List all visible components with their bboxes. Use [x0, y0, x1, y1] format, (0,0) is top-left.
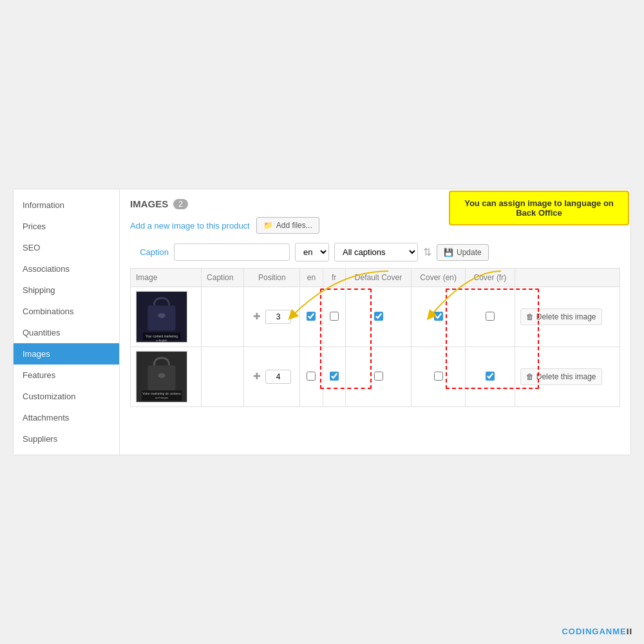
images-table: Image Caption Position en fr Default Cov… — [130, 268, 620, 407]
captions-select[interactable]: All captions — [334, 243, 418, 261]
upload-icon: 📁 — [263, 221, 273, 230]
row1-default-cover-checkbox[interactable] — [374, 312, 383, 321]
language-select[interactable]: en fr — [295, 243, 329, 261]
update-label: Update — [457, 248, 482, 257]
row2-default-cover-checkbox[interactable] — [374, 372, 383, 381]
captions-sort-icon: ⇅ — [423, 246, 431, 258]
row2-fr-cell — [323, 347, 345, 407]
row1-cover-fr-checkbox[interactable] — [486, 312, 495, 321]
table-wrapper: Image Caption Position en fr Default Cov… — [130, 268, 620, 407]
col-cover-en: Cover (en) — [412, 269, 466, 287]
col-image: Image — [131, 269, 202, 287]
svg-text:Your content marketing: Your content marketing — [146, 335, 178, 338]
caption-row: Caption en fr All captions ⇅ 💾 Update — [130, 243, 620, 261]
svg-text:Votre marketing de contenu: Votre marketing de contenu — [142, 392, 181, 395]
sidebar: Information Prices SEO Associations Ship… — [14, 189, 120, 455]
row1-cover-en-checkbox[interactable] — [434, 312, 443, 321]
svg-point-8 — [158, 373, 166, 378]
row1-position-cell: ✚ — [244, 287, 300, 347]
row2-default-cover-cell — [345, 347, 412, 407]
caption-input[interactable] — [174, 243, 290, 261]
svg-rect-7 — [148, 365, 176, 390]
sidebar-item-quantities[interactable]: Quantities — [14, 322, 119, 343]
row1-image-cell: Your content marketing in English — [131, 287, 202, 347]
row1-en-cell — [300, 287, 323, 347]
row1-position-input[interactable] — [265, 310, 291, 324]
row1-actions-cell: 🗑 Delete this image — [515, 287, 620, 347]
row1-move-icon: ✚ — [253, 311, 261, 321]
caption-label: Caption — [130, 247, 169, 257]
page-wrapper: Information Prices SEO Associations Ship… — [0, 0, 644, 644]
row2-cover-en-checkbox[interactable] — [434, 372, 443, 381]
row2-caption-cell — [202, 347, 244, 407]
row2-cover-fr-cell — [465, 347, 515, 407]
row1-delete-button[interactable]: 🗑 Delete this image — [520, 308, 602, 325]
table-row: Your content marketing in English ✚ — [131, 287, 620, 347]
row2-en-checkbox[interactable] — [307, 372, 316, 381]
add-image-button[interactable]: Add a new image to this product — [130, 221, 250, 231]
row2-image-cell: Votre marketing de contenu en Français — [131, 347, 202, 407]
row2-cover-fr-checkbox[interactable] — [486, 372, 495, 381]
sidebar-item-attachments[interactable]: Attachments — [14, 407, 119, 428]
row1-default-cover-cell — [345, 287, 412, 347]
row2-actions-cell: 🗑 Delete this image — [515, 347, 620, 407]
row1-fr-cell — [323, 287, 345, 347]
col-default-cover: Default Cover — [345, 269, 412, 287]
row1-cover-en-cell — [412, 287, 466, 347]
trash-icon-2: 🗑 — [526, 372, 534, 381]
add-files-label: Add files... — [276, 221, 312, 230]
col-fr: fr — [323, 269, 345, 287]
sidebar-item-information[interactable]: Information — [14, 194, 119, 216]
trash-icon: 🗑 — [526, 312, 534, 321]
sidebar-item-images[interactable]: Images — [14, 343, 119, 365]
footer: CODINGANMEII — [562, 627, 632, 636]
row1-en-checkbox[interactable] — [307, 312, 316, 321]
row2-move-icon: ✚ — [253, 371, 261, 381]
tooltip-text: You can assign image to language on Back… — [464, 198, 614, 218]
row2-thumbnail: Votre marketing de contenu en Français — [136, 351, 187, 402]
footer-brand: CODINGANME — [562, 627, 626, 636]
sidebar-item-customization[interactable]: Customization — [14, 386, 119, 407]
row2-image-svg: Votre marketing de contenu en Français — [137, 351, 187, 402]
update-button[interactable]: 💾 Update — [437, 244, 489, 261]
row2-position-cell: ✚ — [244, 347, 300, 407]
sidebar-item-prices[interactable]: Prices — [14, 216, 119, 237]
images-title: IMAGES — [130, 198, 168, 209]
row1-fr-checkbox[interactable] — [330, 312, 339, 321]
row2-position-input[interactable] — [265, 370, 291, 384]
svg-rect-1 — [148, 305, 176, 330]
svg-text:en Français: en Français — [155, 396, 168, 399]
main-content: You can assign image to language on Back… — [120, 189, 630, 455]
sidebar-item-associations[interactable]: Associations — [14, 258, 119, 279]
sidebar-item-seo[interactable]: SEO — [14, 237, 119, 258]
row1-image-svg: Your content marketing in English — [137, 291, 187, 343]
row2-cover-en-cell — [412, 347, 466, 407]
table-row: Votre marketing de contenu en Français ✚ — [131, 347, 620, 407]
add-files-button[interactable]: 📁 Add files... — [256, 217, 319, 234]
images-count-badge: 2 — [173, 199, 188, 209]
col-cover-fr: Cover (fr) — [465, 269, 515, 287]
tooltip-box: You can assign image to language on Back… — [449, 191, 629, 225]
row2-delete-button[interactable]: 🗑 Delete this image — [520, 368, 602, 385]
row2-delete-label: Delete this image — [536, 372, 596, 381]
svg-point-2 — [158, 313, 166, 318]
row1-delete-label: Delete this image — [536, 312, 596, 321]
row1-caption-cell — [202, 287, 244, 347]
col-en: en — [300, 269, 323, 287]
save-icon: 💾 — [444, 248, 453, 257]
row1-cover-fr-cell — [465, 287, 515, 347]
main-container: Information Prices SEO Associations Ship… — [13, 189, 631, 455]
col-actions — [515, 269, 620, 287]
col-position: Position — [244, 269, 300, 287]
sidebar-item-features[interactable]: Features — [14, 365, 119, 386]
row2-fr-checkbox[interactable] — [330, 372, 339, 381]
col-caption: Caption — [202, 269, 244, 287]
svg-text:in English: in English — [156, 339, 167, 342]
row2-en-cell — [300, 347, 323, 407]
sidebar-item-shipping[interactable]: Shipping — [14, 279, 119, 301]
row1-thumbnail: Your content marketing in English — [136, 291, 187, 343]
sidebar-item-combinations[interactable]: Combinations — [14, 301, 119, 322]
footer-suffix: II — [627, 627, 632, 636]
sidebar-item-suppliers[interactable]: Suppliers — [14, 428, 119, 450]
